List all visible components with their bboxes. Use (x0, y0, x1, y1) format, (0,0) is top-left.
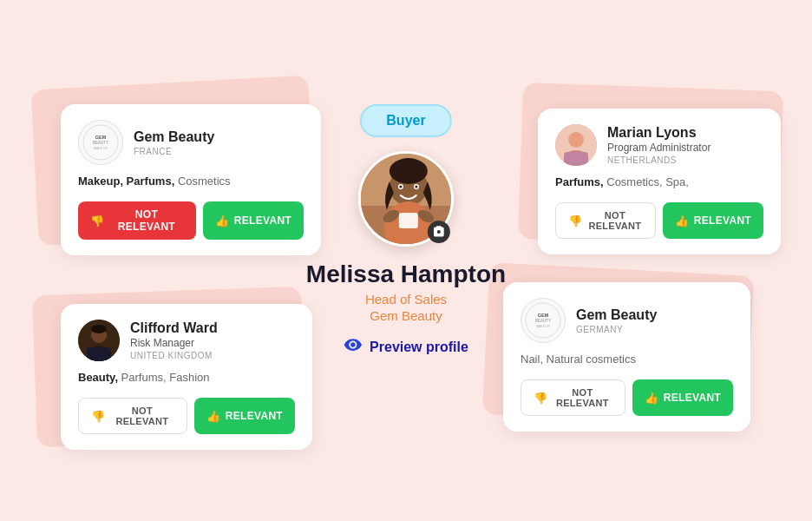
gem-beauty-logo-br-svg: GEM BEAUTY MAKE UP (525, 302, 561, 339)
relevant-button[interactable]: 👍 RELEVANT (203, 201, 304, 240)
tags-bold: Beauty, (78, 371, 118, 384)
person-country: UNITED KINGDOM (130, 351, 218, 360)
tags-rest: Parfums, Fashion (118, 371, 210, 384)
eye-icon (344, 335, 363, 359)
not-relevant-button[interactable]: 👎 NOT RELEVANT (78, 201, 196, 240)
card-tags: Makeup, Parfums, Cosmetics (78, 174, 304, 189)
center-profile: Buyer (306, 104, 506, 359)
card-buttons: 👎 NOT RELEVANT 👍 RELEVANT (521, 379, 733, 416)
not-relevant-label: NOT RELEVANT (109, 208, 183, 233)
not-relevant-button[interactable]: 👎 NOT RELEVANT (521, 379, 625, 416)
card-header: GEM BEAUTY MAKE UP Gem Beauty FRANCE (78, 120, 304, 165)
relevant-label: RELEVANT (226, 410, 283, 422)
person-name: Clifford Ward (130, 320, 218, 336)
company-name: Gem Beauty (134, 129, 214, 145)
card-gem-beauty-bottom-right: GEM BEAUTY MAKE UP Gem Beauty GERMANY Na… (503, 282, 750, 432)
not-relevant-button[interactable]: 👎 NOT RELEVANT (555, 202, 656, 239)
card-info: Marian Lyons Program Administrator NETHE… (607, 125, 710, 165)
gem-beauty-logo-br: GEM BEAUTY MAKE UP (521, 298, 566, 343)
tags-bold: Parfums, (555, 175, 604, 188)
svg-text:BEAUTY: BEAUTY (93, 141, 108, 145)
svg-rect-7 (564, 152, 588, 166)
person-title: Program Administrator (607, 142, 710, 154)
svg-point-12 (91, 325, 107, 333)
card-buttons: 👎 NOT RELEVANT 👍 RELEVANT (555, 202, 763, 239)
clifford-avatar (78, 320, 120, 361)
svg-text:MAKE UP: MAKE UP (94, 147, 108, 150)
buyer-badge: Buyer (360, 104, 451, 137)
tags-rest: Cosmetics (174, 175, 230, 188)
profile-photo-wrapper (358, 151, 454, 247)
relevant-button[interactable]: 👍 RELEVANT (663, 202, 764, 239)
tags-text: Nail, Natural cosmetics (521, 353, 636, 366)
card-info: Gem Beauty FRANCE (134, 129, 214, 156)
tags-rest: Cosmetics, Spa, (604, 175, 689, 188)
card-tags: Parfums, Cosmetics, Spa, (555, 175, 763, 190)
clifford-avatar-svg (78, 320, 120, 361)
eye-svg (344, 335, 363, 354)
svg-text:MAKE UP: MAKE UP (536, 325, 550, 328)
svg-point-24 (390, 158, 428, 184)
thumbdown-icon: 👎 (90, 214, 104, 228)
person-country: NETHERLANDS (607, 155, 710, 165)
company-country: GERMANY (576, 325, 657, 334)
profile-company: Gem Beauty (370, 308, 442, 323)
gem-beauty-logo: GEM BEAUTY MAKE UP (78, 120, 123, 165)
relevant-label: RELEVANT (234, 214, 291, 227)
card-info: Gem Beauty GERMANY (576, 307, 657, 334)
preview-profile-link[interactable]: Preview profile (344, 335, 468, 359)
marian-avatar (555, 124, 597, 166)
thumbdown-icon: 👎 (568, 214, 582, 228)
main-container: GEM BEAUTY MAKE UP Gem Beauty FRANCE Mak… (0, 0, 812, 521)
relevant-button[interactable]: 👍 RELEVANT (194, 398, 296, 434)
card-gem-beauty-top-left: GEM BEAUTY MAKE UP Gem Beauty FRANCE Mak… (61, 104, 321, 255)
preview-profile-label: Preview profile (370, 340, 468, 355)
camera-svg (433, 226, 445, 238)
card-tags: Beauty, Parfums, Fashion (78, 370, 295, 386)
card-buttons: 👎 NOT RELEVANT 👍 RELEVANT (78, 398, 295, 434)
svg-point-27 (400, 186, 403, 188)
thumbdown-icon: 👎 (91, 410, 105, 423)
thumbup-icon: 👍 (645, 392, 658, 405)
card-clifford-ward: Clifford Ward Risk Manager UNITED KINGDO… (61, 304, 312, 450)
card-header: GEM BEAUTY MAKE UP Gem Beauty GERMANY (521, 298, 733, 343)
svg-text:BEAUTY: BEAUTY (535, 319, 551, 323)
svg-point-5 (568, 132, 584, 148)
thumbdown-icon: 👎 (534, 392, 547, 405)
not-relevant-label: NOT RELEVANT (553, 387, 612, 408)
tags-bold: Makeup, Parfums, (78, 175, 174, 188)
thumbup-icon: 👍 (675, 214, 689, 228)
profile-name: Melissa Hampton (306, 260, 506, 288)
card-info: Clifford Ward Risk Manager UNITED KINGDO… (130, 320, 218, 360)
svg-text:GEM: GEM (95, 135, 107, 140)
gem-beauty-logo-svg: GEM BEAUTY MAKE UP (82, 124, 119, 161)
person-name: Marian Lyons (607, 125, 710, 141)
person-title: Risk Manager (130, 337, 218, 349)
not-relevant-label: NOT RELEVANT (110, 406, 174, 426)
relevant-label: RELEVANT (694, 214, 751, 227)
thumbup-icon: 👍 (206, 410, 220, 423)
not-relevant-label: NOT RELEVANT (587, 210, 642, 231)
svg-point-28 (416, 186, 418, 188)
profile-role: Head of Sales (365, 292, 447, 307)
company-name: Gem Beauty (576, 307, 657, 323)
relevant-button[interactable]: 👍 RELEVANT (632, 379, 734, 416)
relevant-label: RELEVANT (664, 392, 721, 404)
marian-avatar-svg (555, 124, 597, 166)
not-relevant-button[interactable]: 👎 NOT RELEVANT (78, 398, 187, 434)
card-tags: Nail, Natural cosmetics (521, 352, 733, 367)
camera-icon[interactable] (428, 221, 450, 243)
svg-rect-23 (399, 213, 418, 228)
card-header: Clifford Ward Risk Manager UNITED KINGDO… (78, 320, 295, 361)
svg-text:GEM: GEM (538, 313, 549, 318)
svg-rect-11 (87, 347, 111, 361)
card-header: Marian Lyons Program Administrator NETHE… (555, 124, 763, 166)
thumbup-icon: 👍 (215, 214, 229, 228)
card-marian-lyons: Marian Lyons Program Administrator NETHE… (538, 109, 781, 254)
company-country: FRANCE (134, 147, 214, 156)
card-buttons: 👎 NOT RELEVANT 👍 RELEVANT (78, 201, 304, 240)
